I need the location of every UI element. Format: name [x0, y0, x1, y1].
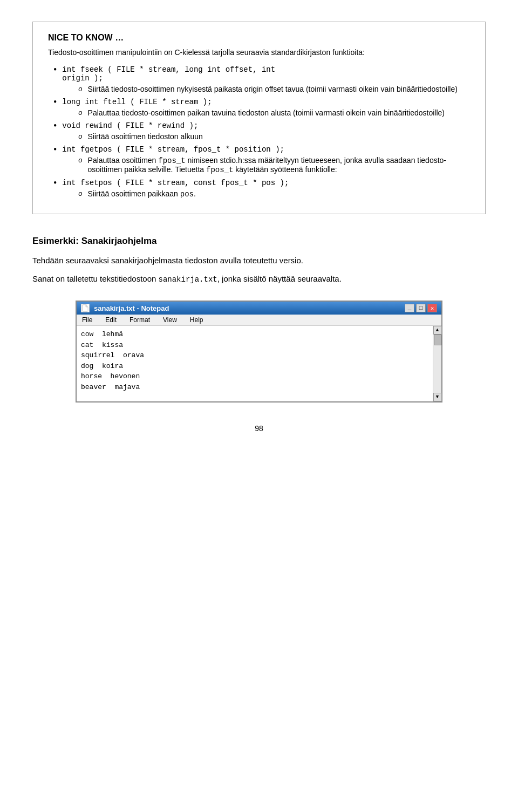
scroll-up-arrow[interactable]: ▲ [433, 326, 442, 335]
sub-text: Siirtää osoittimen tiedoston alkuun [88, 132, 203, 141]
sub-item: o Palauttaa tiedosto-osoittimen paikan t… [78, 108, 470, 117]
sub-prefix: o [78, 132, 82, 140]
sub-item: o Palauttaa osoittimen fpos_t nimiseen s… [78, 156, 470, 174]
sub-item: o Siirtää osoittimen paikkaan pos. [78, 189, 470, 199]
example-section: Esimerkki: Sanakirjaohjelma Tehdään seur… [32, 236, 486, 285]
menu-help[interactable]: Help [188, 316, 206, 324]
close-button[interactable]: ✕ [427, 304, 437, 312]
notepad-titlebar: sanakirja.txt - Notepad _ □ ✕ [77, 302, 441, 315]
notepad-content-wrapper: cow lehmä cat kissa squirrel orava dog k… [77, 326, 441, 401]
content-line-3: squirrel orava [81, 350, 428, 361]
bullet-dot: • [53, 144, 57, 155]
menu-edit[interactable]: Edit [103, 316, 119, 324]
page-number: 98 [32, 424, 486, 433]
minimize-button[interactable]: _ [405, 304, 414, 312]
sub-prefix: o [78, 189, 82, 197]
list-item: • int fsetpos ( FILE * stream, const fpo… [53, 179, 470, 201]
bullet-content: int fseek ( FILE * stream, long int offs… [62, 65, 470, 95]
notepad-title-text: sanakirja.txt - Notepad [94, 304, 169, 312]
menu-format[interactable]: Format [127, 316, 152, 324]
notepad-title-left: sanakirja.txt - Notepad [81, 304, 169, 312]
nice-to-know-subtitle: Tiedosto-osoittimen manipulointiin on C-… [48, 48, 470, 57]
code-fseek-1: int fseek ( FILE * stream, long int offs… [62, 65, 470, 74]
sub-text: Siirtää tiedosto-osoittimen nykyisestä p… [88, 85, 458, 93]
sub-item: o Siirtää tiedosto-osoittimen nykyisestä… [78, 85, 470, 93]
content-line-5: horse hevonen [81, 371, 428, 382]
example-paragraph1: Tehdään seuraavaksi sanakirjaohjelmasta … [32, 254, 486, 267]
sub-text: Palauttaa tiedosto-osoittimen paikan tav… [88, 108, 445, 117]
code-fseek-2: origin ); [62, 74, 470, 83]
bullet-content: int fgetpos ( FILE * stream, fpos_t * po… [62, 145, 470, 176]
nice-to-know-title: NICE TO KNOW … [48, 33, 470, 43]
bullet-dot: • [53, 97, 57, 108]
sub-prefix: o [78, 156, 82, 164]
list-item: • int fseek ( FILE * stream, long int of… [53, 65, 470, 95]
notepad-scrollbar: ▲ ▼ [433, 326, 441, 401]
notepad-controls: _ □ ✕ [405, 304, 437, 312]
scroll-track [433, 335, 441, 393]
code-rewind: void rewind ( FILE * rewind ); [62, 121, 470, 130]
inline-code: pos [180, 190, 194, 199]
menu-view[interactable]: View [161, 316, 179, 324]
notepad-content: cow lehmä cat kissa squirrel orava dog k… [77, 326, 433, 401]
nice-to-know-box: NICE TO KNOW … Tiedosto-osoittimen manip… [32, 22, 486, 214]
sub-prefix: o [78, 108, 82, 117]
menu-file[interactable]: File [80, 316, 94, 324]
bullet-dot: • [53, 120, 57, 132]
example-paragraph2: Sanat on talletettu tekstitiedostoon san… [32, 272, 486, 285]
example-heading: Esimerkki: Sanakirjaohjelma [32, 236, 486, 247]
list-item: • void rewind ( FILE * rewind ); o Siirt… [53, 121, 470, 143]
scroll-thumb[interactable] [434, 335, 441, 345]
content-line-2: cat kissa [81, 340, 428, 351]
notepad-window: sanakirja.txt - Notepad _ □ ✕ File Edit … [76, 301, 442, 402]
bullet-dot: • [53, 64, 57, 76]
bullet-content: long int ftell ( FILE * stream ); o Pala… [62, 98, 470, 119]
page: NICE TO KNOW … Tiedosto-osoittimen manip… [0, 0, 518, 465]
inline-code: fpos_t [158, 156, 185, 165]
code-fsetpos: int fsetpos ( FILE * stream, const fpos_… [62, 179, 470, 187]
scroll-down-arrow[interactable]: ▼ [433, 393, 442, 401]
notepad-menubar: File Edit Format View Help [77, 315, 441, 326]
list-item: • int fgetpos ( FILE * stream, fpos_t * … [53, 145, 470, 176]
code-fgetpos: int fgetpos ( FILE * stream, fpos_t * po… [62, 145, 470, 154]
bullet-dot: • [53, 178, 57, 189]
sub-text-fsetpos: Siirtää osoittimen paikkaan pos. [88, 189, 196, 199]
para2-after: , jonka sisältö näyttää seuraavalta. [217, 274, 342, 283]
sub-text-fgetpos: Palauttaa osoittimen fpos_t nimiseen std… [88, 156, 470, 174]
sub-item: o Siirtää osoittimen tiedoston alkuun [78, 132, 470, 141]
bullet-content: int fsetpos ( FILE * stream, const fpos_… [62, 179, 470, 201]
para2-before: Sanat on talletettu tekstitiedostoon [32, 274, 159, 283]
content-line-4: dog koira [81, 361, 428, 372]
inline-code-sanakirja: sanakirja.txt [159, 275, 217, 284]
code-ftell: long int ftell ( FILE * stream ); [62, 98, 470, 106]
inline-code: fpos_t [206, 166, 233, 174]
bullet-section: • int fseek ( FILE * stream, long int of… [53, 65, 470, 201]
sub-prefix: o [78, 85, 82, 93]
maximize-button[interactable]: □ [416, 304, 426, 312]
list-item: • long int ftell ( FILE * stream ); o Pa… [53, 98, 470, 119]
notepad-file-icon [81, 304, 90, 312]
content-line-1: cow lehmä [81, 329, 428, 340]
content-line-6: beaver majava [81, 382, 428, 393]
bullet-content: void rewind ( FILE * rewind ); o Siirtää… [62, 121, 470, 143]
